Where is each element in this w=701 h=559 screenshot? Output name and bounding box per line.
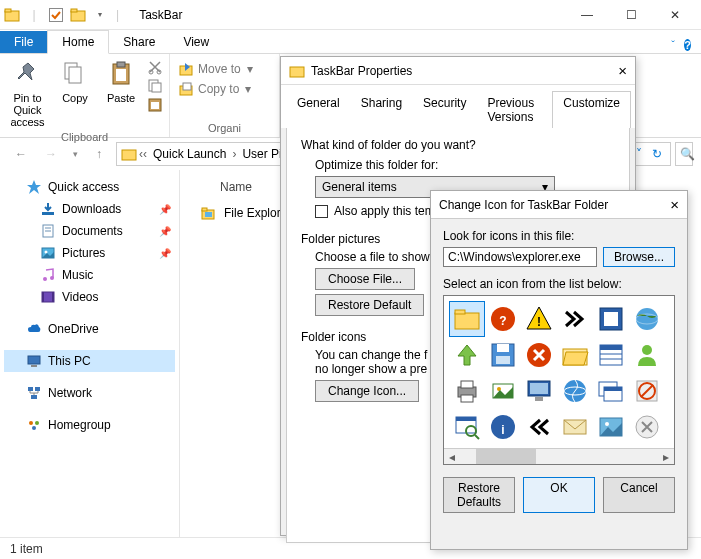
close-button[interactable]: × bbox=[618, 62, 627, 79]
scroll-left-icon[interactable]: ◂ bbox=[444, 449, 460, 464]
breadcrumb-seg-1[interactable]: Quick Launch bbox=[149, 147, 230, 161]
icon-info[interactable]: i bbox=[486, 410, 520, 444]
nav-this-pc[interactable]: This PC bbox=[4, 350, 175, 372]
nav-music[interactable]: Music bbox=[4, 264, 175, 286]
icon-window[interactable] bbox=[594, 338, 628, 372]
scroll-right-icon[interactable]: ▸ bbox=[658, 449, 674, 464]
change-icon-button[interactable]: Change Icon... bbox=[315, 380, 419, 402]
tab-home[interactable]: Home bbox=[47, 30, 109, 54]
up-button[interactable]: ↑ bbox=[86, 141, 112, 167]
nav-homegroup[interactable]: Homegroup bbox=[4, 414, 175, 436]
icon-delete[interactable] bbox=[630, 410, 664, 444]
tab-previous-versions[interactable]: Previous Versions bbox=[476, 91, 553, 128]
icon-monitor[interactable] bbox=[522, 374, 556, 408]
close-button[interactable]: × bbox=[670, 196, 679, 213]
folder-icon-2[interactable] bbox=[70, 7, 86, 23]
history-dropdown[interactable]: ▾ bbox=[68, 141, 82, 167]
dialog-titlebar[interactable]: TaskBar Properties × bbox=[281, 57, 635, 85]
paste-button[interactable]: Paste bbox=[101, 56, 141, 106]
tab-file[interactable]: File bbox=[0, 31, 47, 53]
chevron-left-icon[interactable]: ‹‹ bbox=[139, 147, 147, 161]
svg-rect-44 bbox=[455, 310, 465, 314]
icon-path-input[interactable] bbox=[443, 247, 597, 267]
icon-disk[interactable] bbox=[486, 338, 520, 372]
onedrive-icon bbox=[26, 321, 42, 337]
svg-point-36 bbox=[29, 421, 33, 425]
svg-line-81 bbox=[475, 435, 479, 439]
folder-icon bbox=[289, 63, 305, 79]
cancel-button[interactable]: Cancel bbox=[603, 477, 675, 513]
icon-search-window[interactable] bbox=[450, 410, 484, 444]
copy-to-button[interactable]: Copy to▾ bbox=[176, 80, 255, 98]
icon-globe[interactable] bbox=[630, 302, 664, 336]
forward-button[interactable]: → bbox=[38, 141, 64, 167]
icon-double-arrow-left[interactable] bbox=[522, 410, 556, 444]
icon-question[interactable]: ? bbox=[486, 302, 520, 336]
nav-documents[interactable]: Documents📌 bbox=[4, 220, 175, 242]
icon-double-arrow-right[interactable] bbox=[558, 302, 592, 336]
icon-user[interactable] bbox=[630, 338, 664, 372]
restore-default-button[interactable]: Restore Default bbox=[315, 294, 424, 316]
copy-button[interactable]: Copy bbox=[55, 56, 95, 106]
icon-warning[interactable]: ! bbox=[522, 302, 556, 336]
dropdown-icon[interactable]: ˅ bbox=[636, 147, 642, 161]
help-icon[interactable]: ? bbox=[684, 39, 691, 51]
icon-windows[interactable] bbox=[594, 374, 628, 408]
icon-list[interactable]: ? ! i bbox=[443, 295, 675, 465]
chevron-down-icon: ▾ bbox=[247, 62, 253, 76]
copy-path-icon[interactable] bbox=[147, 78, 163, 94]
tab-view[interactable]: View bbox=[169, 31, 223, 53]
nav-quick-access[interactable]: Quick access bbox=[4, 176, 175, 198]
tab-general[interactable]: General bbox=[286, 91, 351, 128]
tab-customize[interactable]: Customize bbox=[552, 91, 631, 128]
svg-point-50 bbox=[636, 308, 658, 330]
tab-share[interactable]: Share bbox=[109, 31, 169, 53]
browse-button[interactable]: Browse... bbox=[603, 247, 675, 267]
svg-text:!: ! bbox=[537, 315, 541, 329]
paste-shortcut-icon[interactable] bbox=[147, 97, 163, 113]
svg-rect-30 bbox=[52, 292, 54, 302]
move-to-button[interactable]: Move to▾ bbox=[176, 60, 255, 78]
icon-no-entry[interactable] bbox=[630, 374, 664, 408]
back-button[interactable]: ← bbox=[8, 141, 34, 167]
icon-blue-box[interactable] bbox=[594, 302, 628, 336]
qat-dropdown-icon[interactable]: ▾ bbox=[92, 7, 108, 23]
tab-sharing[interactable]: Sharing bbox=[350, 91, 413, 128]
pin-to-quick-access-button[interactable]: Pin to Quick access bbox=[6, 56, 49, 130]
icon-printer[interactable] bbox=[450, 374, 484, 408]
minimize-button[interactable]: — bbox=[565, 1, 609, 29]
properties-checkbox-icon[interactable] bbox=[48, 7, 64, 23]
star-icon bbox=[26, 179, 42, 195]
nav-downloads[interactable]: Downloads📌 bbox=[4, 198, 175, 220]
icon-folder-open[interactable] bbox=[558, 338, 592, 372]
svg-rect-42 bbox=[290, 67, 304, 77]
scroll-thumb[interactable] bbox=[476, 449, 536, 464]
dialog-titlebar[interactable]: Change Icon for TaskBar Folder × bbox=[431, 191, 687, 219]
nav-network[interactable]: Network bbox=[4, 382, 175, 404]
icon-folder[interactable] bbox=[450, 302, 484, 336]
refresh-icon[interactable]: ↻ bbox=[652, 147, 662, 161]
search-box[interactable]: 🔍 bbox=[675, 142, 693, 166]
choose-file-button[interactable]: Choose File... bbox=[315, 268, 415, 290]
breadcrumb-seg-2[interactable]: User Pi bbox=[238, 147, 285, 161]
ribbon-collapse-icon[interactable]: ˇ bbox=[671, 39, 675, 51]
cut-icon[interactable] bbox=[147, 59, 163, 75]
close-button[interactable]: ✕ bbox=[653, 1, 697, 29]
icon-globe-2[interactable] bbox=[558, 374, 592, 408]
icon-mail[interactable] bbox=[558, 410, 592, 444]
horizontal-scrollbar[interactable]: ◂ ▸ bbox=[444, 448, 674, 464]
svg-rect-40 bbox=[202, 208, 207, 211]
tab-security[interactable]: Security bbox=[412, 91, 477, 128]
icon-paint[interactable] bbox=[486, 374, 520, 408]
svg-point-61 bbox=[642, 345, 652, 355]
nav-pictures[interactable]: Pictures📌 bbox=[4, 242, 175, 264]
maximize-button[interactable]: ☐ bbox=[609, 1, 653, 29]
icon-arrow-up[interactable] bbox=[450, 338, 484, 372]
nav-onedrive[interactable]: OneDrive bbox=[4, 318, 175, 340]
icon-pictures-folder[interactable] bbox=[594, 410, 628, 444]
dialog-title: TaskBar Properties bbox=[311, 64, 412, 78]
nav-videos[interactable]: Videos bbox=[4, 286, 175, 308]
restore-defaults-button[interactable]: Restore Defaults bbox=[443, 477, 515, 513]
ok-button[interactable]: OK bbox=[523, 477, 595, 513]
icon-error[interactable] bbox=[522, 338, 556, 372]
